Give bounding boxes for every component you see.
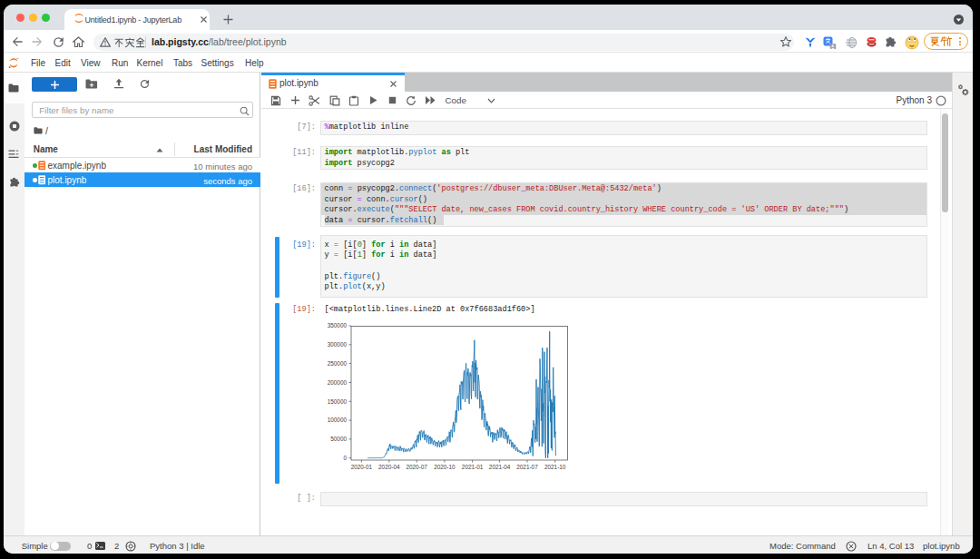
svg-text:2020-04: 2020-04 <box>378 464 400 470</box>
svg-text:200000: 200000 <box>328 379 348 386</box>
svg-text:2021-01: 2021-01 <box>462 464 484 470</box>
svg-text:2021-04: 2021-04 <box>489 464 511 470</box>
svg-text:2021-07: 2021-07 <box>516 464 538 470</box>
svg-text:2020-07: 2020-07 <box>406 464 427 470</box>
svg-text:100000: 100000 <box>328 417 348 423</box>
svg-text:300000: 300000 <box>328 341 348 348</box>
svg-text:2020-10: 2020-10 <box>434 464 456 470</box>
svg-text:250000: 250000 <box>328 360 348 367</box>
svg-text:0: 0 <box>343 455 347 461</box>
svg-text:350000: 350000 <box>328 322 348 329</box>
svg-text:150000: 150000 <box>328 398 348 405</box>
svg-text:2020-01: 2020-01 <box>351 464 373 470</box>
svg-text:50000: 50000 <box>330 436 347 442</box>
svg-text:2021-10: 2021-10 <box>544 464 566 470</box>
